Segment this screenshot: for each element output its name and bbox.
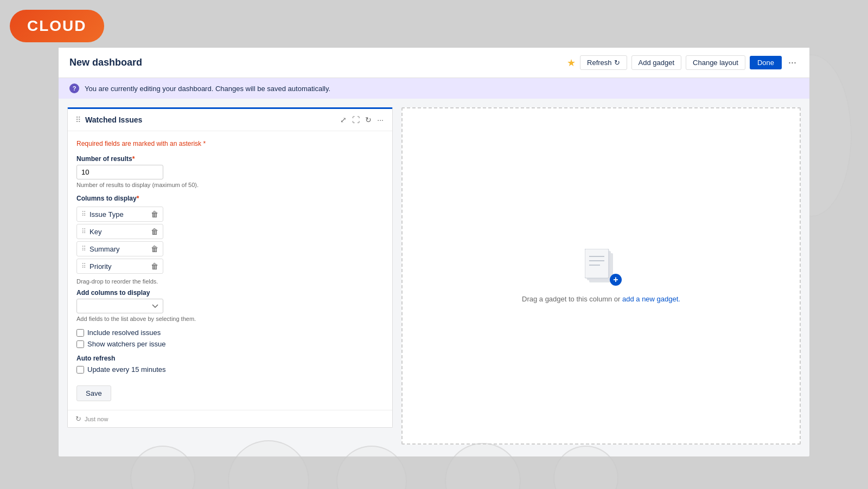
info-banner: ? You are currently editing your dashboa… (59, 78, 809, 99)
info-banner-text: You are currently editing your dashboard… (85, 85, 330, 93)
header-right: ★ Refresh ↻ Add gadget Change layout Don… (567, 55, 799, 70)
add-columns-label: Add columns to display (76, 289, 384, 297)
add-gadget-button[interactable]: Add gadget (631, 55, 682, 70)
show-watchers-item: Show watchers per issue (76, 340, 384, 348)
add-columns-select[interactable] (76, 299, 163, 313)
column-drag-icon: ⠿ (81, 228, 86, 235)
update-checkbox-item: Update every 15 minutes (76, 365, 384, 374)
column-delete-button[interactable]: 🗑 (151, 244, 158, 253)
required-note: Required fields are marked with an aster… (76, 140, 384, 147)
columns-group: Columns to display* ⠿ Issue Type 🗑 (76, 195, 384, 322)
column-item-summary[interactable]: ⠿ Summary 🗑 (76, 241, 163, 256)
logo-text: CLOUD (27, 17, 87, 34)
auto-refresh-section: Auto refresh Update every 15 minutes (76, 355, 384, 374)
done-button[interactable]: Done (750, 56, 782, 69)
column-delete-button[interactable]: 🗑 (151, 262, 158, 271)
page-title: New dashboard (69, 57, 142, 68)
drag-handle-icon[interactable]: ⠿ (75, 115, 81, 124)
change-layout-button[interactable]: Change layout (686, 55, 745, 70)
refresh-label: Refresh (587, 59, 612, 67)
drop-plus-badge: + (610, 274, 622, 286)
header-bar: New dashboard ★ Refresh ↻ Add gadget Cha… (59, 48, 809, 78)
column-name: Priority (90, 262, 111, 271)
gadget-actions: ⤢ ⛶ ↻ ··· (339, 114, 385, 125)
header-left: New dashboard (69, 57, 142, 68)
checkbox-group: Include resolved issues Show watchers pe… (76, 329, 384, 348)
number-of-results-input[interactable] (76, 165, 163, 179)
dashboard-content: ⠿ Watched Issues ⤢ ⛶ ↻ ··· Required fiel… (59, 99, 809, 453)
reload-icon[interactable]: ↻ (364, 114, 373, 125)
required-note-text: Required fields are marked with an aster… (76, 140, 201, 147)
include-resolved-label: Include resolved issues (87, 329, 161, 337)
gadget-header: ⠿ Watched Issues ⤢ ⛶ ↻ ··· (68, 109, 392, 131)
drop-area: + Drag a gadget to this column or add a … (522, 249, 680, 303)
save-button[interactable]: Save (76, 385, 111, 401)
add-columns-hint: Add fields to the list above by selectin… (76, 316, 384, 322)
column-item-key[interactable]: ⠿ Key 🗑 (76, 224, 163, 239)
gadget-more-icon[interactable]: ··· (376, 114, 385, 125)
include-resolved-item: Include resolved issues (76, 329, 384, 337)
column-drag-icon: ⠿ (81, 262, 86, 270)
number-of-results-group: Number of results* Number of results to … (76, 155, 384, 188)
column-item-issue-type[interactable]: ⠿ Issue Type 🗑 (76, 207, 163, 222)
star-icon[interactable]: ★ (567, 57, 576, 69)
show-watchers-checkbox[interactable] (76, 340, 84, 348)
gadget-body: Required fields are marked with an aster… (68, 131, 392, 410)
update-refresh-checkbox[interactable] (76, 366, 84, 374)
number-of-results-hint: Number of results to display (maximum of… (76, 182, 384, 188)
column-name: Key (90, 228, 101, 236)
column-name: Issue Type (90, 210, 124, 218)
drag-drop-hint: Drag-drop to reorder the fields. (76, 278, 384, 285)
drop-text: Drag a gadget to this column or add a ne… (522, 295, 680, 303)
info-icon: ? (69, 83, 79, 93)
gadget-panel: ⠿ Watched Issues ⤢ ⛶ ↻ ··· Required fiel… (67, 107, 393, 428)
right-drop-column[interactable]: + Drag a gadget to this column or add a … (401, 107, 801, 445)
left-column: ⠿ Watched Issues ⤢ ⛶ ↻ ··· Required fiel… (67, 107, 393, 445)
column-name: Summary (90, 245, 120, 253)
fullscreen-icon[interactable]: ⛶ (351, 114, 361, 125)
gadget-title: Watched Issues (85, 115, 142, 124)
footer-timestamp: Just now (85, 416, 108, 422)
add-new-gadget-link[interactable]: add a new gadget. (622, 295, 680, 303)
drop-text-label: Drag a gadget to this column or (522, 295, 622, 303)
number-of-results-label: Number of results* (76, 155, 384, 163)
expand-icon[interactable]: ⤢ (339, 114, 348, 125)
column-drag-icon: ⠿ (81, 210, 86, 218)
update-refresh-label: Update every 15 minutes (87, 365, 166, 374)
column-delete-button[interactable]: 🗑 (151, 227, 158, 236)
auto-refresh-label: Auto refresh (76, 355, 384, 362)
refresh-button[interactable]: Refresh ↻ (580, 55, 627, 70)
column-delete-button[interactable]: 🗑 (151, 210, 158, 218)
main-container: New dashboard ★ Refresh ↻ Add gadget Cha… (59, 48, 809, 456)
columns-label: Columns to display* (76, 195, 384, 202)
show-watchers-label: Show watchers per issue (87, 340, 166, 348)
footer-refresh-icon: ↻ (75, 415, 81, 423)
more-options-button[interactable]: ··· (786, 57, 799, 68)
gadget-title-area: ⠿ Watched Issues (75, 115, 142, 124)
column-item-priority[interactable]: ⠿ Priority 🗑 (76, 259, 163, 274)
cloud-logo: CLOUD (10, 10, 104, 42)
svg-rect-2 (585, 249, 609, 278)
column-drag-icon: ⠿ (81, 245, 86, 253)
gadget-footer: ↻ Just now (68, 410, 392, 427)
drop-icon-container: + (585, 249, 617, 288)
refresh-icon: ↻ (614, 59, 620, 67)
required-star: * (203, 140, 206, 147)
include-resolved-checkbox[interactable] (76, 329, 84, 337)
